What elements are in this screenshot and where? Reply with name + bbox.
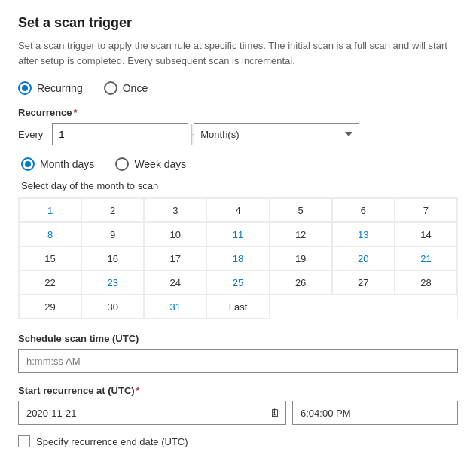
calendar-cell-25[interactable]: 25 bbox=[206, 270, 269, 295]
calendar-cell-30[interactable]: 30 bbox=[81, 295, 144, 319]
week-days-text: Week days bbox=[134, 158, 186, 170]
calendar-cell-12[interactable]: 12 bbox=[270, 222, 332, 246]
week-days-label[interactable]: Week days bbox=[115, 157, 186, 171]
recurrence-unit-select[interactable]: Minute(s) Hour(s) Day(s) Week(s) Month(s… bbox=[194, 123, 359, 145]
date-input-wrapper: 🗓 bbox=[18, 401, 286, 425]
calendar-cell-24[interactable]: 24 bbox=[144, 270, 206, 295]
required-star: * bbox=[74, 107, 78, 118]
recurring-label: Recurring bbox=[37, 82, 83, 94]
once-label: Once bbox=[123, 82, 148, 94]
day-type-group: Month days Week days bbox=[21, 157, 458, 171]
end-date-checkbox[interactable] bbox=[18, 435, 30, 447]
scan-time-label: Schedule scan time (UTC) bbox=[18, 333, 458, 344]
trigger-type-group: Recurring Once bbox=[18, 81, 458, 95]
end-date-label: Specify recurrence end date (UTC) bbox=[36, 436, 188, 447]
calendar-cell-22[interactable]: 22 bbox=[19, 270, 81, 295]
page-title: Set a scan trigger bbox=[18, 15, 458, 31]
calendar-cell-8[interactable]: 8 bbox=[19, 222, 81, 246]
calendar-cell-29[interactable]: 29 bbox=[19, 295, 81, 319]
calendar-cell-20[interactable]: 20 bbox=[332, 246, 395, 270]
recurrence-number-field[interactable] bbox=[53, 124, 191, 145]
recurrence-number-input[interactable]: ▲ ▼ bbox=[52, 123, 188, 145]
calendar-cell-4[interactable]: 4 bbox=[206, 198, 269, 222]
calendar-cell-21[interactable]: 21 bbox=[395, 246, 457, 270]
start-recurrence-row: 🗓 bbox=[18, 401, 458, 425]
calendar-cell-17[interactable]: 17 bbox=[144, 246, 206, 270]
calendar-cell-31[interactable]: 31 bbox=[144, 295, 206, 319]
calendar-cell-26[interactable]: 26 bbox=[270, 270, 332, 295]
recurring-radio[interactable] bbox=[18, 81, 32, 95]
calendar-cell-14[interactable]: 14 bbox=[395, 222, 457, 246]
calendar-cell-2[interactable]: 2 bbox=[81, 198, 144, 222]
once-radio-label[interactable]: Once bbox=[104, 81, 148, 95]
calendar-cell-3[interactable]: 3 bbox=[144, 198, 206, 222]
calendar-cell-10[interactable]: 10 bbox=[144, 222, 206, 246]
calendar-cell-7[interactable]: 7 bbox=[395, 198, 457, 222]
month-days-text: Month days bbox=[40, 158, 94, 170]
calendar-cell-13[interactable]: 13 bbox=[332, 222, 395, 246]
start-recurrence-label: Start recurrence at (UTC)* bbox=[18, 385, 458, 396]
calendar-cell-27[interactable]: 27 bbox=[332, 270, 395, 295]
calendar-cell-Last[interactable]: Last bbox=[206, 295, 269, 319]
calendar-cell-15[interactable]: 15 bbox=[19, 246, 81, 270]
month-days-label[interactable]: Month days bbox=[21, 157, 94, 171]
month-days-radio-inner bbox=[25, 161, 31, 167]
recurrence-row: Every ▲ ▼ Minute(s) Hour(s) Day(s) Week(… bbox=[18, 123, 458, 145]
start-required-star: * bbox=[136, 385, 140, 396]
calendar-cell-28[interactable]: 28 bbox=[395, 270, 457, 295]
scan-time-input[interactable] bbox=[18, 349, 458, 373]
select-day-label: Select day of the month to scan bbox=[21, 180, 458, 191]
start-time-input[interactable] bbox=[292, 401, 458, 425]
calendar-grid: 1234567891011121314151617181920212223242… bbox=[18, 197, 458, 319]
once-radio[interactable] bbox=[104, 81, 117, 95]
recurring-radio-label[interactable]: Recurring bbox=[18, 81, 83, 95]
every-label: Every bbox=[18, 129, 43, 140]
calendar-cell-18[interactable]: 18 bbox=[206, 246, 269, 270]
month-days-radio[interactable] bbox=[21, 157, 35, 171]
start-date-input[interactable] bbox=[18, 401, 286, 425]
recurrence-label: Recurrence* bbox=[18, 107, 458, 118]
calendar-cell-5[interactable]: 5 bbox=[270, 198, 332, 222]
calendar-cell-6[interactable]: 6 bbox=[332, 198, 395, 222]
calendar-cell-19[interactable]: 19 bbox=[270, 246, 332, 270]
calendar-cell-16[interactable]: 16 bbox=[81, 246, 144, 270]
calendar-cell-23[interactable]: 23 bbox=[81, 270, 144, 295]
end-date-row: Specify recurrence end date (UTC) bbox=[18, 435, 458, 447]
recurring-radio-inner bbox=[22, 85, 28, 91]
calendar-cell-9[interactable]: 9 bbox=[81, 222, 144, 246]
calendar-cell-11[interactable]: 11 bbox=[206, 222, 269, 246]
calendar-cell-1[interactable]: 1 bbox=[19, 198, 81, 222]
week-days-radio[interactable] bbox=[115, 157, 129, 171]
page-description: Set a scan trigger to apply the scan rul… bbox=[18, 38, 458, 68]
